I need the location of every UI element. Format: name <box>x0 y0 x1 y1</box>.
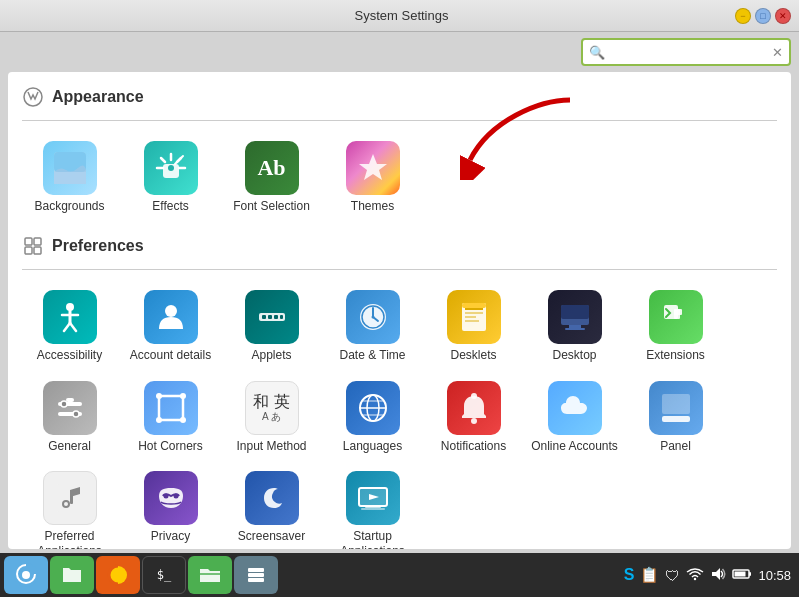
taskbar-files-green[interactable] <box>50 556 94 594</box>
preferences-title: Preferences <box>52 237 144 255</box>
svg-line-11 <box>175 156 183 164</box>
account-details-item[interactable]: Account details <box>123 284 218 368</box>
desklets-icon <box>447 290 501 344</box>
screensaver-label: Screensaver <box>238 529 305 543</box>
online-accounts-item[interactable]: Online Accounts <box>527 375 622 459</box>
notifications-item[interactable]: Notifications <box>426 375 521 459</box>
font-selection-item[interactable]: Ab Font Selection <box>224 135 319 219</box>
languages-item[interactable]: Languages <box>325 375 420 459</box>
desktop-icon <box>548 290 602 344</box>
languages-label: Languages <box>343 439 402 453</box>
applets-icon <box>245 290 299 344</box>
themes-item[interactable]: Themes <box>325 135 420 219</box>
svg-rect-23 <box>262 315 266 319</box>
preferred-applications-label: Preferred Applications <box>26 529 113 549</box>
extensions-icon <box>649 290 703 344</box>
search-area: 🔍 ✕ <box>0 32 799 72</box>
appearance-section-icon <box>22 86 44 108</box>
extensions-label: Extensions <box>646 348 705 362</box>
general-item[interactable]: General <box>22 375 117 459</box>
svg-rect-37 <box>462 303 486 308</box>
screensaver-icon <box>245 471 299 525</box>
desktop-item[interactable]: Desktop <box>527 284 622 368</box>
taskbar-firefox[interactable] <box>96 556 140 594</box>
preferred-applications-icon <box>43 471 97 525</box>
svg-rect-25 <box>274 315 278 319</box>
font-selection-icon: Ab <box>245 141 299 195</box>
svg-point-60 <box>471 418 477 424</box>
window-controls: − □ ✕ <box>735 8 791 24</box>
panel-icon <box>649 381 703 435</box>
svg-rect-81 <box>248 568 264 572</box>
online-accounts-label: Online Accounts <box>531 439 618 453</box>
taskbar-settings[interactable] <box>234 556 278 594</box>
preferences-grid: Accessibility Account details <box>22 284 777 549</box>
privacy-icon <box>144 471 198 525</box>
appearance-section-header: Appearance <box>22 86 777 108</box>
search-clear-icon[interactable]: ✕ <box>772 45 783 60</box>
backgrounds-item[interactable]: Backgrounds <box>22 135 117 219</box>
svg-point-21 <box>165 305 177 317</box>
search-box: 🔍 ✕ <box>581 38 791 66</box>
svg-rect-72 <box>365 506 381 508</box>
effects-item[interactable]: Effects <box>123 135 218 219</box>
input-method-item[interactable]: 和 英 A あ Input Method <box>224 375 319 459</box>
applets-item[interactable]: Applets <box>224 284 319 368</box>
svg-point-69 <box>173 494 178 499</box>
appearance-divider <box>22 120 777 121</box>
tray-skype-icon[interactable]: S <box>624 566 635 584</box>
applets-label: Applets <box>251 348 291 362</box>
backgrounds-icon <box>43 141 97 195</box>
svg-rect-12 <box>25 238 32 245</box>
search-input[interactable] <box>609 45 769 60</box>
svg-rect-85 <box>735 571 746 576</box>
svg-rect-80 <box>248 573 264 577</box>
tray-clipboard-icon[interactable]: 📋 <box>640 566 659 584</box>
tray-network-icon[interactable] <box>686 567 704 584</box>
input-method-icon: 和 英 A あ <box>245 381 299 435</box>
tray-battery-icon[interactable] <box>732 567 752 584</box>
accessibility-item[interactable]: Accessibility <box>22 284 117 368</box>
screensaver-item[interactable]: Screensaver <box>224 465 319 549</box>
taskbar: $_ S 📋 🛡 <box>0 553 799 597</box>
svg-point-54 <box>180 417 186 423</box>
svg-rect-50 <box>159 396 183 420</box>
svg-line-19 <box>64 323 70 331</box>
effects-label: Effects <box>152 199 188 213</box>
tray-shield-icon[interactable]: 🛡 <box>665 567 680 584</box>
desklets-label: Desklets <box>450 348 496 362</box>
tray-volume-icon[interactable] <box>710 566 726 585</box>
startup-applications-item[interactable]: Startup Applications <box>325 465 420 549</box>
taskbar-linux-mint[interactable] <box>4 556 48 594</box>
hot-corners-label: Hot Corners <box>138 439 203 453</box>
taskbar-terminal[interactable]: $_ <box>142 556 186 594</box>
account-details-label: Account details <box>130 348 211 362</box>
maximize-button[interactable]: □ <box>755 8 771 24</box>
input-method-label: Input Method <box>236 439 306 453</box>
font-selection-label: Font Selection <box>233 199 310 213</box>
startup-applications-icon <box>346 471 400 525</box>
minimize-button[interactable]: − <box>735 8 751 24</box>
appearance-title: Appearance <box>52 88 144 106</box>
startup-applications-label: Startup Applications <box>329 529 416 549</box>
svg-point-0 <box>24 88 42 106</box>
svg-point-47 <box>61 401 67 407</box>
svg-point-49 <box>73 411 79 417</box>
svg-rect-86 <box>749 572 751 576</box>
panel-item[interactable]: Panel <box>628 375 723 459</box>
extensions-item[interactable]: Extensions <box>628 284 723 368</box>
notifications-icon <box>447 381 501 435</box>
close-button[interactable]: ✕ <box>775 8 791 24</box>
svg-rect-13 <box>34 238 41 245</box>
preferred-applications-item[interactable]: Preferred Applications <box>22 465 117 549</box>
desklets-item[interactable]: Desklets <box>426 284 521 368</box>
accessibility-label: Accessibility <box>37 348 102 362</box>
search-icon: 🔍 <box>589 45 605 60</box>
date-time-item[interactable]: Date & Time <box>325 284 420 368</box>
svg-rect-14 <box>25 247 32 254</box>
preferences-divider <box>22 269 777 270</box>
privacy-item[interactable]: Privacy <box>123 465 218 549</box>
taskbar-file-manager[interactable] <box>188 556 232 594</box>
hot-corners-item[interactable]: Hot Corners <box>123 375 218 459</box>
svg-point-77 <box>22 571 30 579</box>
